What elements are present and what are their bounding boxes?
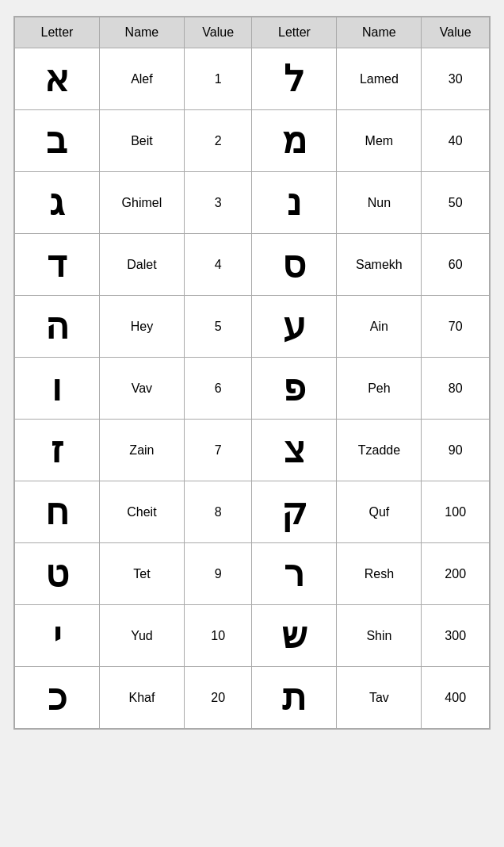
name-right: Resh — [337, 543, 422, 605]
value-left: 1 — [184, 48, 252, 110]
letter-left: א — [15, 48, 100, 110]
value-left: 8 — [184, 481, 252, 543]
name-left: Vav — [99, 358, 184, 420]
value-left: 3 — [184, 172, 252, 234]
value-left: 20 — [184, 667, 252, 729]
col-header-name2: Name — [337, 17, 422, 48]
name-right: Nun — [337, 172, 422, 234]
value-left: 7 — [184, 420, 252, 481]
col-header-value2: Value — [422, 17, 490, 48]
table-row: וVav6פPeh80 — [15, 358, 490, 420]
letter-right: מ — [252, 110, 337, 172]
letter-right: נ — [252, 172, 337, 234]
col-header-letter2: Letter — [252, 17, 337, 48]
value-left: 4 — [184, 234, 252, 296]
table-row: דDalet4סSamekh60 — [15, 234, 490, 296]
name-right: Quf — [337, 481, 422, 543]
letter-left: ה — [15, 296, 100, 358]
letter-left: ו — [15, 358, 100, 420]
name-left: Dalet — [99, 234, 184, 296]
value-right: 40 — [422, 110, 490, 172]
col-header-value1: Value — [184, 17, 252, 48]
name-right: Peh — [337, 358, 422, 420]
table-row: יYud10שShin300 — [15, 605, 490, 667]
value-right: 50 — [422, 172, 490, 234]
name-left: Ghimel — [99, 172, 184, 234]
name-right: Tzadde — [337, 420, 422, 481]
letter-right: צ — [252, 420, 337, 481]
name-right: Samekh — [337, 234, 422, 296]
name-right: Shin — [337, 605, 422, 667]
name-right: Ain — [337, 296, 422, 358]
letter-right: ר — [252, 543, 337, 605]
letter-left: ח — [15, 481, 100, 543]
value-left: 9 — [184, 543, 252, 605]
name-left: Hey — [99, 296, 184, 358]
table-row: חCheit8קQuf100 — [15, 481, 490, 543]
value-right: 100 — [422, 481, 490, 543]
name-left: Yud — [99, 605, 184, 667]
table-row: כKhaf20תTav400 — [15, 667, 490, 729]
name-left: Tet — [99, 543, 184, 605]
name-left: Khaf — [99, 667, 184, 729]
value-right: 60 — [422, 234, 490, 296]
name-left: Alef — [99, 48, 184, 110]
value-left: 5 — [184, 296, 252, 358]
table-row: גGhimel3נNun50 — [15, 172, 490, 234]
letter-right: ע — [252, 296, 337, 358]
letter-right: ק — [252, 481, 337, 543]
value-right: 90 — [422, 420, 490, 481]
letter-left: ב — [15, 110, 100, 172]
name-left: Cheit — [99, 481, 184, 543]
value-left: 6 — [184, 358, 252, 420]
value-left: 2 — [184, 110, 252, 172]
table-row: זZain7צTzadde90 — [15, 420, 490, 481]
name-right: Tav — [337, 667, 422, 729]
letter-right: ת — [252, 667, 337, 729]
value-right: 400 — [422, 667, 490, 729]
letter-right: ש — [252, 605, 337, 667]
table-row: הHey5עAin70 — [15, 296, 490, 358]
letter-right: פ — [252, 358, 337, 420]
col-header-name1: Name — [99, 17, 184, 48]
letter-left: ג — [15, 172, 100, 234]
value-right: 30 — [422, 48, 490, 110]
col-header-letter1: Letter — [15, 17, 100, 48]
name-right: Mem — [337, 110, 422, 172]
table-row: בBeit2מMem40 — [15, 110, 490, 172]
name-right: Lamed — [337, 48, 422, 110]
name-left: Zain — [99, 420, 184, 481]
hebrew-alphabet-table: Letter Name Value Letter Name Value אAle… — [13, 16, 491, 730]
value-right: 80 — [422, 358, 490, 420]
header-row: Letter Name Value Letter Name Value — [15, 17, 490, 48]
name-left: Beit — [99, 110, 184, 172]
value-right: 200 — [422, 543, 490, 605]
letter-left: ט — [15, 543, 100, 605]
value-right: 70 — [422, 296, 490, 358]
table-row: אAlef1לLamed30 — [15, 48, 490, 110]
letter-left: כ — [15, 667, 100, 729]
table-row: טTet9רResh200 — [15, 543, 490, 605]
letter-left: י — [15, 605, 100, 667]
value-left: 10 — [184, 605, 252, 667]
value-right: 300 — [422, 605, 490, 667]
letter-left: ד — [15, 234, 100, 296]
letter-left: ז — [15, 420, 100, 481]
letter-right: ס — [252, 234, 337, 296]
letter-right: ל — [252, 48, 337, 110]
